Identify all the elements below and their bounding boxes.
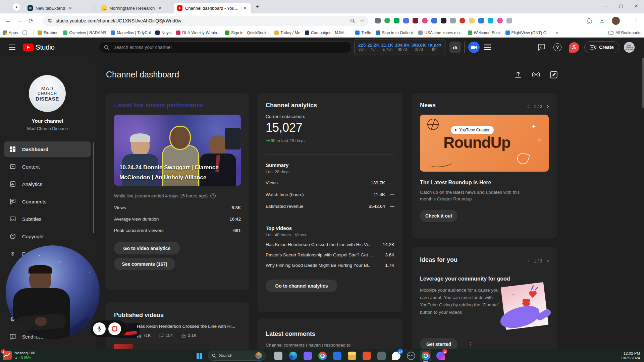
- help-icon[interactable]: ?: [553, 43, 561, 51]
- bookmark-item[interactable]: Noysi: [155, 31, 171, 35]
- bookmark-grid-icon[interactable]: [22, 31, 29, 35]
- check-it-out-button[interactable]: Check it out: [420, 210, 458, 222]
- tab-close-icon[interactable]: ✕: [157, 6, 162, 11]
- extension-icon[interactable]: [469, 18, 475, 23]
- forward-button[interactable]: →: [15, 16, 24, 25]
- sidebar-item-comments[interactable]: Comments: [4, 194, 91, 209]
- stocks-widget[interactable]: 1 Nasdaq 100 ▲ +0.98%: [3, 351, 35, 360]
- create-button[interactable]: Create: [584, 41, 619, 53]
- window-minimize-button[interactable]: —: [598, 0, 613, 11]
- page-scrollbar[interactable]: [642, 58, 644, 108]
- account-avatar[interactable]: MADCHURCHDISEASE: [624, 42, 635, 53]
- bookmark-item[interactable]: Firmbee: [38, 31, 58, 35]
- taskbar-search[interactable]: Search: [208, 351, 266, 361]
- bookmark-item[interactable]: Today / Me: [274, 31, 300, 35]
- channel-search-input[interactable]: [113, 44, 327, 50]
- tab-new-tabextend[interactable]: New tabExtend ✕: [24, 3, 91, 13]
- taskbar-app-chrome[interactable]: [317, 350, 328, 361]
- tab-search-chevron-icon[interactable]: ▾: [13, 3, 20, 11]
- window-close-button[interactable]: ✕: [629, 0, 644, 11]
- address-bar[interactable]: studio.youtube.com/channel/UC1XNSUveAhOi…: [43, 16, 368, 26]
- bookmark-star-icon[interactable]: ☆: [360, 18, 364, 24]
- see-comments-button[interactable]: See comments (167): [114, 258, 175, 270]
- bookmark-item[interactable]: DLA-Weekly Webin...: [176, 31, 220, 35]
- extension-icon[interactable]: [441, 18, 446, 23]
- new-tab-button[interactable]: +: [256, 3, 259, 10]
- browser-profile-avatar[interactable]: [612, 17, 620, 25]
- sidebar-scrollbar[interactable]: [93, 142, 94, 233]
- menu-hamburger-icon[interactable]: [9, 44, 15, 50]
- taskbar-app-file-explorer[interactable]: [346, 350, 358, 361]
- tab-close-icon[interactable]: ✕: [68, 6, 73, 11]
- bookmark-item[interactable]: Welcome Back: [468, 31, 501, 35]
- top-video-row[interactable]: Has Keion Henderson Crossed the Line wit…: [266, 242, 394, 247]
- microphone-button[interactable]: [93, 322, 106, 335]
- tab-close-icon[interactable]: ✕: [243, 6, 248, 11]
- extension-icon[interactable]: [394, 18, 399, 23]
- browser-menu-kebab-icon[interactable]: ⋮: [633, 16, 639, 23]
- taskbar-app-app-purple[interactable]: [302, 350, 313, 361]
- go-to-channel-analytics-button[interactable]: Go to channel analytics: [266, 280, 337, 292]
- upload-videos-icon[interactable]: [514, 70, 523, 79]
- taskbar-clock[interactable]: 12:02 PM 10/29/2024: [621, 351, 640, 360]
- bookmark-apps[interactable]: Apps: [3, 31, 18, 35]
- stop-recording-button[interactable]: [108, 322, 121, 335]
- extension-icon[interactable]: [384, 18, 390, 23]
- bookmark-item[interactable]: FlightView (ONT) O...: [505, 31, 550, 35]
- all-bookmarks[interactable]: All Bookmarks: [608, 31, 641, 35]
- sidebar-item-content[interactable]: Content: [4, 159, 91, 174]
- extension-menu-icon[interactable]: [484, 44, 491, 50]
- top-video-row[interactable]: Pastor's Secret Relationship with Gospel…: [266, 252, 394, 257]
- ideas-kebab-icon[interactable]: ⋮: [468, 341, 473, 347]
- get-started-button[interactable]: Get started: [420, 338, 458, 349]
- taskbar-app-dell[interactable]: DELL: [405, 350, 417, 361]
- tab-morningfame[interactable]: Morningfame Research ✕: [98, 3, 170, 13]
- extension-icon[interactable]: [450, 18, 456, 23]
- taskbar-app-chrome-active[interactable]: [420, 350, 431, 361]
- taskbar-app-edge[interactable]: [287, 350, 299, 361]
- sidebar-item-dashboard[interactable]: Dashboard: [4, 141, 91, 157]
- extension-icon[interactable]: [497, 18, 503, 23]
- extension-icon[interactable]: [506, 18, 512, 23]
- site-settings-icon[interactable]: [47, 18, 52, 23]
- extension-chart-button[interactable]: [449, 42, 461, 53]
- pager-prev-icon[interactable]: ‹: [527, 103, 529, 109]
- channel-search-bar[interactable]: [99, 41, 352, 53]
- channel-avatar[interactable]: MAD CHURCH DISEASE: [29, 75, 66, 112]
- bookmark-item[interactable]: Overview | RADAAR: [63, 31, 106, 35]
- extension-icon[interactable]: [422, 18, 428, 23]
- bookmark-item[interactable]: Sign in - QuickBook...: [225, 31, 270, 35]
- back-button[interactable]: ←: [3, 16, 13, 25]
- bookmarks-overflow-chevron[interactable]: »: [556, 30, 558, 36]
- extension-icon[interactable]: [478, 18, 484, 23]
- taskbar-app-app-slate[interactable]: [376, 350, 387, 361]
- go-to-video-analytics-button[interactable]: Go to video analytics: [114, 242, 180, 254]
- streamlabs-extension-badge[interactable]: S: [569, 42, 579, 53]
- sidebar-item-subtitles[interactable]: Subtitles: [4, 211, 91, 227]
- extension-icon[interactable]: [460, 18, 465, 23]
- bookmark-item[interactable]: USA time zones ma...: [418, 31, 463, 35]
- edit-pencil-icon[interactable]: [549, 70, 558, 79]
- bookmark-item[interactable]: Marcellus | TidyCal: [111, 31, 151, 35]
- reload-button[interactable]: ⟳: [26, 16, 36, 25]
- sidebar-item-copyright[interactable]: CCopyright: [4, 229, 91, 244]
- extension-icon[interactable]: [431, 18, 437, 23]
- downloads-icon[interactable]: [599, 18, 605, 24]
- window-maximize-button[interactable]: ▢: [613, 0, 629, 11]
- help-circle-icon[interactable]: ?: [210, 193, 216, 198]
- webcam-overlay[interactable]: [6, 245, 100, 339]
- pager-next-icon[interactable]: ›: [547, 103, 549, 109]
- tab-channel-dashboard[interactable]: Channel dashboard - YouTube St ✕: [174, 3, 251, 13]
- search-lens-icon[interactable]: [350, 18, 355, 23]
- bookmark-item[interactable]: Sign in to Outlook: [376, 31, 414, 35]
- sidebar-item-analytics[interactable]: Analytics: [4, 176, 91, 192]
- bookmark-item[interactable]: Campaigns - MJM E...: [305, 31, 351, 35]
- taskbar-app-app-orange[interactable]: [361, 350, 372, 361]
- pager-next-icon[interactable]: ›: [547, 258, 549, 264]
- live-video-thumbnail[interactable]: 10.24.24 Donnie Swaggart | Clarence McCl…: [114, 115, 241, 186]
- send-feedback-icon[interactable]: [537, 43, 545, 51]
- extension-icon[interactable]: [375, 18, 381, 23]
- pager-prev-icon[interactable]: ‹: [527, 258, 529, 264]
- extensions-puzzle-icon[interactable]: [586, 18, 592, 24]
- taskbar-app-task-view[interactable]: [272, 350, 284, 361]
